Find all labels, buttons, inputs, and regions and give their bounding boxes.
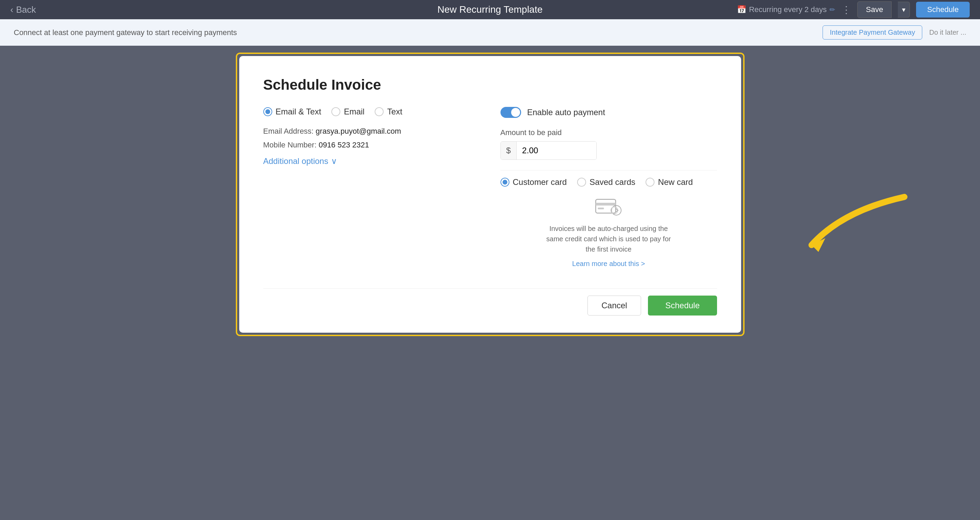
dialog-right-column: Enable auto payment Amount to be paid $ … xyxy=(501,107,717,275)
svg-rect-1 xyxy=(596,203,616,205)
radio-customer-card[interactable]: Customer card xyxy=(501,177,567,187)
auto-payment-toggle[interactable] xyxy=(501,107,521,118)
radio-new-card-label: New card xyxy=(658,177,693,187)
edit-icon[interactable]: ✏ xyxy=(829,5,835,14)
dialog-footer: Cancel Schedule xyxy=(263,288,717,315)
save-dropdown-button[interactable]: ▾ xyxy=(898,2,910,17)
radio-new-card-circle xyxy=(646,178,654,187)
card-radio-group: Customer card Saved cards New card xyxy=(501,177,717,187)
topbar: ‹ Back New Recurring Template 📅 Recurrin… xyxy=(0,0,980,19)
email-address-label: Email Address: xyxy=(263,127,314,135)
radio-email[interactable]: Email xyxy=(331,107,364,116)
do-later-link[interactable]: Do it later ... xyxy=(929,29,966,37)
amount-label: Amount to be paid xyxy=(501,128,717,137)
radio-saved-cards-circle xyxy=(577,178,586,187)
recurring-badge: 📅 Recurring every 2 days ✏ xyxy=(737,5,835,14)
radio-saved-cards[interactable]: Saved cards xyxy=(577,177,635,187)
arrow-annotation xyxy=(808,190,911,259)
calendar-icon: 📅 xyxy=(737,5,746,14)
radio-text-label: Text xyxy=(387,107,402,116)
svg-rect-2 xyxy=(598,208,604,209)
amount-currency: $ xyxy=(501,142,517,159)
dialog-body: Email & Text Email Text Email Address: xyxy=(263,107,717,275)
schedule-top-button[interactable]: Schedule xyxy=(916,2,970,17)
recurring-label: Recurring every 2 days xyxy=(749,5,827,14)
svg-rect-0 xyxy=(596,199,616,213)
mobile-number-value: 0916 523 2321 xyxy=(319,141,369,149)
learn-more-link[interactable]: Learn more about this > xyxy=(501,260,717,268)
auto-payment-row: Enable auto payment xyxy=(501,107,717,118)
back-arrow-icon: ‹ xyxy=(10,5,13,15)
additional-options-chevron: ∨ xyxy=(331,156,337,166)
topbar-actions: 📅 Recurring every 2 days ✏ ⋮ Save ▾ Sche… xyxy=(737,2,970,18)
amount-input-wrapper: $ xyxy=(501,141,597,160)
notification-bar: Connect at least one payment gateway to … xyxy=(0,19,980,46)
radio-email-circle xyxy=(331,107,340,116)
schedule-button[interactable]: Schedule xyxy=(648,296,717,315)
radio-text-circle xyxy=(375,107,383,116)
more-options-icon[interactable]: ⋮ xyxy=(842,4,851,16)
email-address-value: grasya.puyot@gmail.com xyxy=(315,127,401,135)
radio-email-text-circle xyxy=(263,107,272,116)
radio-new-card[interactable]: New card xyxy=(646,177,693,187)
additional-options-toggle[interactable]: Additional options ∨ xyxy=(263,156,480,166)
mobile-number-label: Mobile Number: xyxy=(263,141,317,149)
main-area: Schedule Invoice Email & Text Email xyxy=(0,46,980,520)
mobile-number-row: Mobile Number: 0916 523 2321 xyxy=(263,141,480,149)
additional-options-label: Additional options xyxy=(263,156,328,166)
integrate-gateway-button[interactable]: Integrate Payment Gateway xyxy=(822,25,922,40)
radio-text[interactable]: Text xyxy=(375,107,402,116)
radio-customer-card-circle xyxy=(501,178,509,187)
radio-saved-cards-label: Saved cards xyxy=(590,177,635,187)
back-label: Back xyxy=(16,5,36,15)
card-icon-area: Invoices will be auto-charged using the … xyxy=(501,197,717,268)
schedule-invoice-dialog: Schedule Invoice Email & Text Email xyxy=(239,56,741,333)
cancel-button[interactable]: Cancel xyxy=(587,296,641,315)
dialog-left-column: Email & Text Email Text Email Address: xyxy=(263,107,480,275)
back-button[interactable]: ‹ Back xyxy=(10,5,36,15)
amount-input[interactable] xyxy=(517,142,597,159)
save-button[interactable]: Save xyxy=(857,2,892,18)
email-address-row: Email Address: grasya.puyot@gmail.com xyxy=(263,127,480,136)
notification-method-group: Email & Text Email Text xyxy=(263,107,480,116)
toggle-knob xyxy=(511,108,520,117)
radio-email-text-label: Email & Text xyxy=(276,107,321,116)
radio-email-label: Email xyxy=(344,107,364,116)
notification-text: Connect at least one payment gateway to … xyxy=(14,28,816,37)
radio-email-text[interactable]: Email & Text xyxy=(263,107,321,116)
card-description: Invoices will be auto-charged using the … xyxy=(544,223,674,254)
dialog-wrapper: Schedule Invoice Email & Text Email xyxy=(236,52,745,336)
auto-payment-label: Enable auto payment xyxy=(527,108,605,117)
page-title: New Recurring Template xyxy=(437,4,542,15)
dialog-title: Schedule Invoice xyxy=(263,76,717,93)
radio-customer-card-label: Customer card xyxy=(513,177,567,187)
credit-card-icon xyxy=(595,197,622,218)
divider xyxy=(501,170,717,170)
